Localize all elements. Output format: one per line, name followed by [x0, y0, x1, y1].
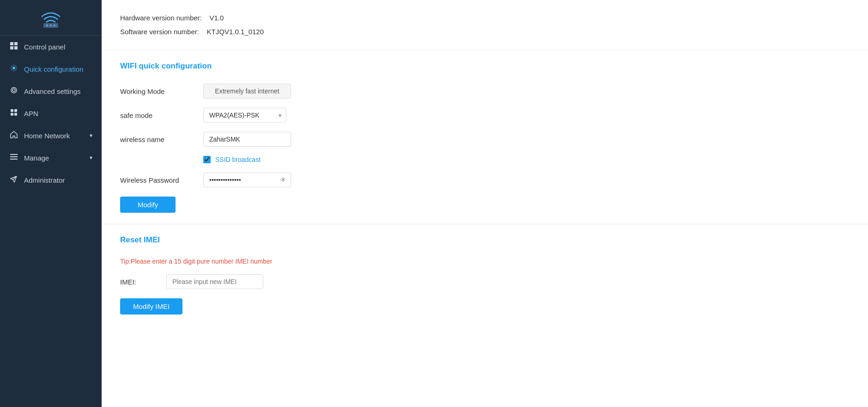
hardware-version-row: Hardware version number: V1.0: [120, 11, 850, 25]
svg-rect-17: [10, 159, 18, 160]
sidebar-item-apn[interactable]: APN: [0, 102, 102, 124]
wifi-section-title: WIFI quick configuration: [120, 62, 850, 71]
wireless-name-input[interactable]: [203, 132, 291, 147]
safe-mode-select[interactable]: WPA2(AES)-PSK WPA-PSK WPA/WPA2-PSK None: [203, 108, 286, 123]
wireless-name-label: wireless name: [120, 136, 203, 143]
sidebar-item-home-network[interactable]: Home Network ▾: [0, 124, 102, 147]
svg-rect-4: [10, 42, 13, 45]
sidebar-item-label: Home Network: [24, 132, 70, 140]
svg-rect-6: [10, 46, 13, 49]
safe-mode-row: safe mode WPA2(AES)-PSK WPA-PSK WPA/WPA2…: [120, 108, 850, 123]
home-icon: [9, 131, 18, 140]
sidebar-item-label: Administrator: [24, 176, 65, 184]
wifi-section: WIFI quick configuration Working Mode Ex…: [102, 50, 868, 224]
imei-label: IMEI:: [120, 278, 166, 286]
sidebar: Control panel Quick configuration Advanc…: [0, 0, 102, 407]
wireless-password-row: Wireless Password 👁: [120, 173, 850, 187]
settings-icon: [9, 64, 18, 74]
svg-point-9: [11, 87, 17, 93]
svg-rect-5: [14, 42, 18, 45]
modify-button[interactable]: Modify: [120, 197, 176, 213]
sidebar-item-label: Quick configuration: [24, 65, 83, 73]
reset-imei-title: Reset IMEI: [120, 235, 850, 245]
svg-point-1: [46, 25, 48, 26]
svg-rect-12: [14, 109, 17, 112]
ssid-broadcast-label[interactable]: SSID broadcast: [215, 156, 261, 163]
svg-point-3: [54, 25, 55, 26]
working-mode-row: Working Mode Extremely fast internet: [120, 84, 850, 99]
software-version-value: KTJQV1.0.1_0120: [207, 28, 264, 36]
list-icon: [9, 153, 18, 162]
sidebar-logo: [0, 0, 102, 36]
sidebar-item-quick-configuration[interactable]: Quick configuration: [0, 58, 102, 80]
signal-icon: [9, 86, 18, 96]
sidebar-item-label: Advanced settings: [24, 87, 81, 95]
version-section: Hardware version number: V1.0 Software v…: [102, 0, 868, 50]
software-version-row: Software version number: KTJQV1.0.1_0120: [120, 25, 850, 39]
send-icon: [9, 175, 18, 185]
chevron-down-icon: ▾: [90, 132, 92, 139]
router-icon: [37, 8, 65, 29]
hardware-version-label: Hardware version number:: [120, 14, 202, 22]
chevron-down-icon: ▾: [90, 154, 92, 161]
svg-rect-11: [11, 109, 13, 112]
reset-imei-section: Reset IMEI Tip:Please enter a 15 digit p…: [102, 224, 868, 326]
main-content: Hardware version number: V1.0 Software v…: [102, 0, 868, 407]
modify-button-row: Modify: [120, 197, 850, 213]
apn-icon: [9, 109, 18, 118]
imei-row: IMEI:: [120, 274, 850, 289]
svg-rect-15: [10, 154, 18, 155]
hardware-version-value: V1.0: [209, 14, 224, 22]
svg-rect-13: [11, 113, 13, 116]
eye-icon[interactable]: 👁: [280, 176, 286, 184]
password-wrap: 👁: [203, 173, 291, 187]
ssid-broadcast-row: SSID broadcast: [120, 156, 850, 163]
wireless-name-row: wireless name: [120, 132, 850, 147]
working-mode-label: Working Mode: [120, 87, 203, 95]
sidebar-item-label: APN: [24, 110, 38, 117]
svg-rect-14: [14, 113, 17, 116]
wireless-password-label: Wireless Password: [120, 176, 203, 184]
svg-point-8: [12, 67, 15, 69]
imei-input[interactable]: [166, 274, 263, 289]
working-mode-button[interactable]: Extremely fast internet: [203, 84, 291, 99]
software-version-label: Software version number:: [120, 28, 199, 36]
svg-point-2: [50, 25, 52, 26]
svg-point-10: [12, 89, 15, 92]
modify-imei-button-row: Modify IMEI: [120, 298, 850, 314]
sidebar-item-label: Control panel: [24, 43, 65, 51]
ssid-broadcast-checkbox[interactable]: [203, 156, 211, 163]
safe-mode-label: safe mode: [120, 111, 203, 119]
sidebar-item-advanced-settings[interactable]: Advanced settings: [0, 80, 102, 102]
sidebar-item-manage[interactable]: Manage ▾: [0, 147, 102, 169]
imei-tip: Tip:Please enter a 15 digit pure number …: [120, 258, 850, 265]
sidebar-item-control-panel[interactable]: Control panel: [0, 36, 102, 58]
sidebar-item-label: Manage: [24, 154, 49, 162]
grid-icon: [9, 42, 18, 51]
svg-rect-16: [10, 156, 18, 157]
safe-mode-select-wrap: WPA2(AES)-PSK WPA-PSK WPA/WPA2-PSK None: [203, 108, 286, 123]
modify-imei-button[interactable]: Modify IMEI: [120, 298, 182, 314]
svg-rect-7: [14, 46, 18, 49]
sidebar-item-administrator[interactable]: Administrator: [0, 169, 102, 191]
wireless-password-input[interactable]: [203, 173, 291, 187]
